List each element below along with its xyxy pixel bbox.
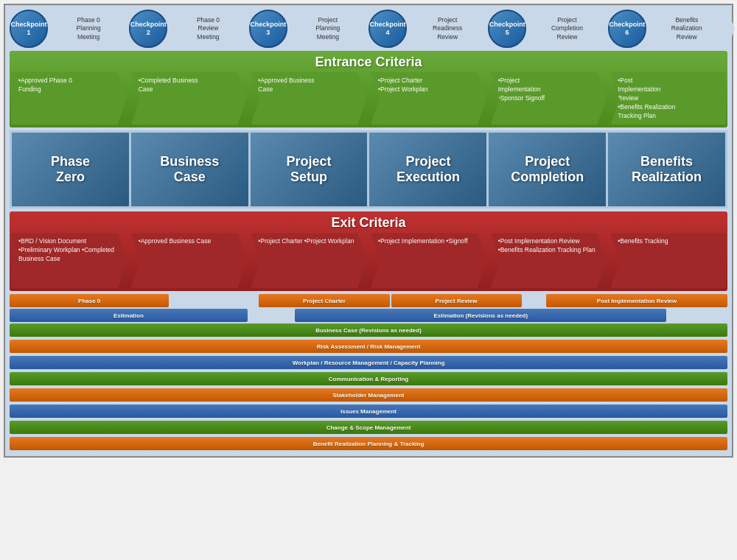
bar-phase0: Phase 0 <box>10 294 169 307</box>
checkpoints-row: Checkpoint1 Phase 0PlanningMeeting Check… <box>10 10 727 48</box>
phase-label-6: BenefitsRealizationReview <box>668 15 705 42</box>
bar-workplan: Workplan / Resource Management / Capacit… <box>10 356 727 369</box>
phase-label-2: Phase 0ReviewMeeting <box>194 15 223 42</box>
ec-arrow-3: •Approved Business Case <box>251 72 366 125</box>
bar-row-1: Phase 0 Project Charter Project Review P… <box>10 294 727 307</box>
checkpoint-label-4: Checkpoint4 <box>369 21 405 37</box>
exit-criteria-arrows: •BRD / Vision Document •Preliminary Work… <box>10 233 727 291</box>
bar-stakeholder: Stakeholder Management <box>10 388 727 402</box>
bar-business-case: Business Case (Revisions as needed) <box>10 323 727 337</box>
checkpoint-circle-6: Checkpoint6 <box>608 10 646 48</box>
phase-project-execution: ProjectExecution <box>369 133 486 206</box>
checkpoint-arrow-2: Phase 0ReviewMeeting <box>167 10 248 48</box>
ec-text-6: •Post Implementation Review •Benefits Re… <box>618 77 720 120</box>
phase-zero: PhaseZero <box>12 133 129 206</box>
bar-row-issues: Issues Management <box>10 405 727 418</box>
bottom-bars: Phase 0 Project Charter Project Review P… <box>10 294 727 452</box>
ec-arrow-6: •Post Implementation Review •Benefits Re… <box>610 72 726 125</box>
phase-label-1: Phase 0PlanningMeeting <box>74 15 104 42</box>
checkpoint-unit-1: Checkpoint1 Phase 0PlanningMeeting <box>10 10 129 48</box>
entrance-criteria: Entrance Criteria •Approved Phase 0 Fund… <box>10 51 727 127</box>
entrance-criteria-arrows: •Approved Phase 0 Funding •Completed Bus… <box>10 72 727 127</box>
phases-row: PhaseZero BusinessCase ProjectSetup Proj… <box>10 130 727 209</box>
bar-row-workplan: Workplan / Resource Management / Capacit… <box>10 356 727 369</box>
checkpoint-unit-2: Checkpoint2 Phase 0ReviewMeeting <box>129 10 248 48</box>
bar-issues: Issues Management <box>10 405 727 418</box>
exit-arrow-4: •Project Implementation •Signoff <box>371 233 486 288</box>
exit-text-4: •Project Implementation •Signoff <box>378 237 481 246</box>
checkpoint-unit-6: Checkpoint6 BenefitsRealizationReview <box>608 10 727 48</box>
checkpoint-label-2: Checkpoint2 <box>130 21 167 37</box>
exit-text-2: •Approved Business Case <box>139 237 241 246</box>
exit-text-6: •Benefits Tracking <box>618 237 720 246</box>
checkpoint-arrow-3: ProjectPlanningMeeting <box>287 10 368 48</box>
checkpoint-circle-5: Checkpoint5 <box>488 10 526 48</box>
checkpoint-circle-2: Checkpoint2 <box>129 10 167 48</box>
phase-business-case: BusinessCase <box>131 133 248 206</box>
checkpoint-unit-5: Checkpoint5 ProjectCompletionReview <box>488 10 607 48</box>
main-container: Checkpoint1 Phase 0PlanningMeeting Check… <box>4 4 733 458</box>
ec-arrow-1: •Approved Phase 0 Funding <box>11 72 127 125</box>
bar-project-review: Project Review <box>391 294 522 307</box>
bar-row-change: Change & Scope Management <box>10 421 727 434</box>
bar-row-risk: Risk Assessment / Risk Management <box>10 340 727 353</box>
exit-text-5: •Post Implementation Review •Benefits Re… <box>498 237 601 255</box>
checkpoint-arrow-4: ProjectReadinessReview <box>407 10 488 48</box>
checkpoint-arrow-5: ProjectCompletionReview <box>526 10 607 48</box>
ec-text-4: •Project Charter •Project Workplan <box>378 77 481 94</box>
ec-text-1: •Approved Phase 0 Funding <box>18 77 121 94</box>
checkpoint-arrow-6: BenefitsRealizationReview <box>646 10 727 48</box>
exit-criteria-title: Exit Criteria <box>10 211 727 233</box>
exit-text-1: •BRD / Vision Document •Preliminary Work… <box>18 237 121 264</box>
bar-benefit-realization: Benefit Realization Planning & Tracking <box>10 437 727 450</box>
ec-arrow-5: •Project Implementation •Sponsor Signoff <box>491 72 607 125</box>
entrance-criteria-title: Entrance Criteria <box>10 51 727 72</box>
bar-row-communication: Communication & Reporting <box>10 372 727 385</box>
checkpoint-unit-4: Checkpoint4 ProjectReadinessReview <box>368 10 488 48</box>
phase-project-completion: ProjectCompletion <box>489 133 606 206</box>
checkpoint-circle-1: Checkpoint1 <box>10 10 48 48</box>
bar-row-benefit: Benefit Realization Planning & Tracking <box>10 437 727 450</box>
ec-text-3: •Approved Business Case <box>258 77 360 94</box>
ec-arrow-4: •Project Charter •Project Workplan <box>371 72 486 125</box>
phase-project-setup: ProjectSetup <box>251 133 368 206</box>
checkpoint-unit-3: Checkpoint3 ProjectPlanningMeeting <box>249 10 368 48</box>
bar-estimation: Estimation <box>10 309 248 322</box>
checkpoint-arrow-1: Phase 0PlanningMeeting <box>48 10 129 48</box>
exit-arrow-5: •Post Implementation Review •Benefits Re… <box>491 233 607 288</box>
bar-row-business-case: Business Case (Revisions as needed) <box>10 323 727 337</box>
checkpoint-label-5: Checkpoint5 <box>489 21 525 37</box>
exit-arrow-1: •BRD / Vision Document •Preliminary Work… <box>11 233 127 288</box>
bar-risk-assessment: Risk Assessment / Risk Management <box>10 340 727 353</box>
bar-post-impl-review: Post Implementation Review <box>546 294 727 307</box>
bar-row-2: Estimation Estimation (Revisions as need… <box>10 309 727 322</box>
exit-arrow-6: •Benefits Tracking <box>610 233 726 288</box>
phase-benefits-realization: BenefitsRealization <box>608 133 725 206</box>
phase-label-4: ProjectReadinessReview <box>430 15 465 42</box>
exit-arrow-3: •Project Charter •Project Workplan <box>251 233 366 288</box>
ec-text-2: •Completed Business Case <box>139 77 241 94</box>
ec-arrow-2: •Completed Business Case <box>131 72 247 125</box>
bar-row-stakeholder: Stakeholder Management <box>10 388 727 402</box>
checkpoint-circle-4: Checkpoint4 <box>368 10 407 48</box>
phase-label-3: ProjectPlanningMeeting <box>312 15 343 42</box>
checkpoint-label-6: Checkpoint6 <box>609 21 645 37</box>
exit-text-3: •Project Charter •Project Workplan <box>258 237 360 246</box>
checkpoint-label-1: Checkpoint1 <box>11 21 47 37</box>
checkpoint-label-3: Checkpoint3 <box>250 21 286 37</box>
checkpoint-circle-3: Checkpoint3 <box>249 10 287 48</box>
exit-criteria: Exit Criteria •BRD / Vision Document •Pr… <box>10 211 727 291</box>
bar-change-scope: Change & Scope Management <box>10 421 727 434</box>
bar-communication: Communication & Reporting <box>10 372 727 385</box>
bar-estimation-revisions: Estimation (Revisions as needed) <box>295 309 666 322</box>
bar-project-charter: Project Charter <box>259 294 389 307</box>
exit-arrow-2: •Approved Business Case <box>131 233 247 288</box>
phase-label-5: ProjectCompletionReview <box>548 15 586 42</box>
ec-text-5: •Project Implementation •Sponsor Signoff <box>498 77 601 103</box>
